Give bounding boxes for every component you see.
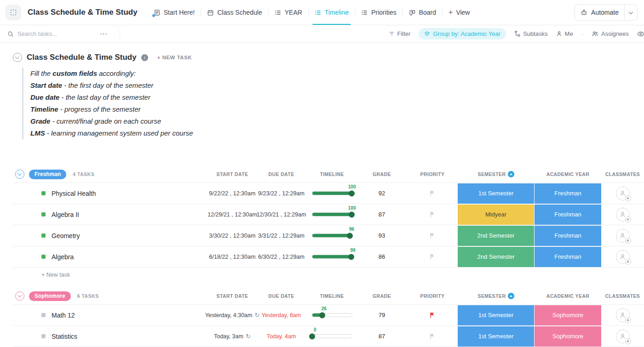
- due-date[interactable]: Yesterday, 6am: [255, 312, 307, 319]
- column-header-academic-year[interactable]: ACADEMIC YEAR: [535, 171, 601, 177]
- filter-button[interactable]: Filter: [389, 30, 411, 37]
- task-name[interactable]: Math 12: [52, 312, 75, 319]
- column-header-priority[interactable]: PRIORITY: [407, 293, 458, 299]
- task-row[interactable]: Algebra 6/18/22 , 12:30am 6/30/22 , 12:2…: [13, 246, 644, 267]
- column-header-due-date[interactable]: DUE DATE: [255, 171, 307, 177]
- column-header-semester[interactable]: SEMESTER: [458, 171, 535, 177]
- group-by-button[interactable]: Group by: Academic Year: [419, 28, 506, 40]
- subtasks-button[interactable]: Subtasks: [514, 30, 547, 37]
- grade-value[interactable]: 93: [356, 232, 407, 239]
- priority-flag[interactable]: [407, 253, 458, 260]
- task-name[interactable]: Algebra: [52, 253, 74, 261]
- grade-value[interactable]: 86: [356, 253, 407, 260]
- collapse-group-chevron-icon[interactable]: [15, 291, 24, 301]
- tab-year[interactable]: YEAR: [269, 0, 308, 25]
- column-header-start-date[interactable]: START DATE: [209, 171, 255, 177]
- sort-ascending-icon[interactable]: [508, 293, 514, 299]
- priority-flag[interactable]: [407, 232, 458, 239]
- start-date[interactable]: 3/30/22 , 12:30am: [209, 233, 255, 239]
- timeline-progress[interactable]: 96: [307, 233, 356, 238]
- timeline-progress[interactable]: 100: [307, 191, 356, 195]
- semester-field[interactable]: 2nd Semester: [458, 226, 534, 246]
- start-date[interactable]: 9/22/22 , 12:30am: [209, 190, 255, 197]
- group-badge[interactable]: Freshman: [29, 170, 66, 179]
- collapse-section-chevron-icon[interactable]: [13, 53, 22, 62]
- column-header-timeline[interactable]: TIMELINE: [307, 171, 356, 177]
- semester-field[interactable]: 2nd Semester: [458, 247, 534, 267]
- priority-flag[interactable]: [407, 190, 458, 197]
- status-icon[interactable]: [41, 334, 46, 338]
- academic-year-field[interactable]: Sophomore: [535, 305, 601, 325]
- start-date[interactable]: Yesterday, 4:30am↻: [209, 312, 255, 319]
- task-row[interactable]: Algebra II 12/29/21 , 12:30am 12/30/21 ,…: [13, 204, 644, 225]
- column-header-classmates[interactable]: CLASSMATES: [601, 171, 644, 177]
- due-date[interactable]: 12/30/21 , 12:29am: [255, 211, 307, 218]
- tab-priorities[interactable]: Priorities: [355, 0, 402, 25]
- column-header-due-date[interactable]: DUE DATE: [255, 293, 307, 299]
- me-filter-button[interactable]: Me: [556, 30, 573, 37]
- task-row[interactable]: Geometry 3/30/22 , 12:30am 3/31/22 , 12:…: [13, 225, 644, 246]
- tab-class-schedule[interactable]: Class Schedule: [201, 0, 268, 25]
- task-name[interactable]: Algebra II: [52, 211, 79, 218]
- academic-year-field[interactable]: Freshman: [535, 247, 601, 267]
- add-assignee-avatar[interactable]: +: [616, 187, 630, 200]
- start-date[interactable]: Today, 3am↻: [209, 333, 255, 340]
- academic-year-field[interactable]: Sophomore: [535, 326, 601, 347]
- status-icon[interactable]: [41, 313, 46, 317]
- timeline-progress[interactable]: 0: [307, 334, 356, 338]
- tab-board[interactable]: Board: [403, 0, 442, 25]
- workspace-icon[interactable]: [6, 5, 21, 20]
- grade-value[interactable]: 92: [356, 190, 407, 197]
- info-icon[interactable]: i: [141, 54, 148, 61]
- automate-dropdown[interactable]: [625, 11, 637, 14]
- add-view-button[interactable]: + View: [443, 0, 476, 25]
- grade-value[interactable]: 87: [356, 211, 407, 218]
- task-row[interactable]: Math 12 Yesterday, 4:30am↻ Yesterday, 6a…: [13, 305, 644, 326]
- academic-year-field[interactable]: Freshman: [535, 183, 601, 204]
- status-icon[interactable]: [41, 233, 46, 238]
- add-assignee-avatar[interactable]: +: [616, 229, 630, 243]
- new-task-button[interactable]: + NEW TASK: [157, 55, 192, 60]
- show-options-button[interactable]: [637, 30, 644, 38]
- group-badge[interactable]: Sophomore: [29, 291, 71, 301]
- task-row[interactable]: Physical Health 9/22/22 , 12:30am 9/23/2…: [13, 183, 644, 204]
- priority-flag[interactable]: [407, 333, 458, 340]
- task-name[interactable]: Statistics: [52, 333, 77, 340]
- search-box[interactable]: [7, 30, 86, 37]
- timeline-progress[interactable]: 99: [307, 255, 356, 259]
- column-header-priority[interactable]: PRIORITY: [407, 171, 458, 177]
- add-assignee-avatar[interactable]: +: [616, 208, 630, 222]
- due-date[interactable]: 9/23/22 , 12:29am: [255, 190, 307, 197]
- semester-field[interactable]: 1st Semester: [458, 305, 534, 325]
- column-header-grade[interactable]: GRADE: [356, 293, 407, 299]
- semester-field[interactable]: 1st Semester: [458, 326, 534, 347]
- automate-main[interactable]: Automate: [575, 9, 624, 16]
- grade-value[interactable]: 87: [356, 333, 407, 340]
- new-task-button[interactable]: + New task: [13, 267, 644, 282]
- column-header-semester[interactable]: SEMESTER: [458, 293, 535, 299]
- academic-year-field[interactable]: Freshman: [535, 226, 601, 246]
- column-header-timeline[interactable]: TIMELINE: [307, 293, 356, 299]
- status-icon[interactable]: [41, 191, 46, 195]
- status-icon[interactable]: [41, 255, 46, 259]
- start-date[interactable]: 12/29/21 , 12:30am: [209, 211, 255, 218]
- tab-timeline[interactable]: Timeline: [309, 0, 355, 25]
- task-name[interactable]: Geometry: [52, 232, 80, 239]
- grade-value[interactable]: 79: [356, 312, 407, 319]
- column-header-academic-year[interactable]: ACADEMIC YEAR: [535, 293, 601, 299]
- add-assignee-avatar[interactable]: +: [616, 250, 630, 264]
- semester-field[interactable]: Midyear: [458, 205, 534, 225]
- tab-start-here[interactable]: Start Here!: [148, 0, 201, 25]
- priority-flag[interactable]: [407, 211, 458, 218]
- due-date[interactable]: 6/30/22 , 12:29am: [255, 254, 307, 260]
- assignees-button[interactable]: Assignees: [592, 30, 629, 37]
- column-header-start-date[interactable]: START DATE: [209, 293, 255, 299]
- sort-ascending-icon[interactable]: [508, 171, 514, 177]
- column-header-classmates[interactable]: CLASSMATES: [601, 293, 644, 299]
- due-date[interactable]: Today, 4am: [255, 333, 307, 340]
- timeline-progress[interactable]: 100: [307, 212, 356, 216]
- timeline-progress[interactable]: 26: [307, 313, 356, 317]
- add-assignee-avatar[interactable]: +: [616, 330, 630, 343]
- semester-field[interactable]: 1st Semester: [458, 183, 534, 204]
- automate-button[interactable]: Automate: [575, 4, 638, 21]
